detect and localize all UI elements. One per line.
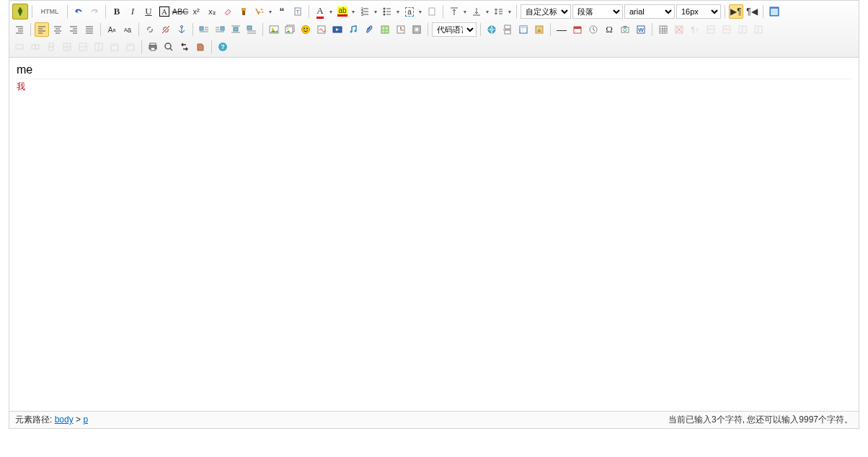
help-icon[interactable]: ?	[216, 40, 230, 54]
backcolor-dropdown-icon[interactable]: ▼	[350, 4, 356, 19]
forecolor-icon[interactable]: A	[313, 4, 327, 19]
justify-center-icon[interactable]	[50, 22, 65, 37]
font-border-icon[interactable]: A	[157, 4, 172, 19]
ordered-list-dropdown-icon[interactable]: ▼	[373, 4, 378, 19]
direction-rtl-icon[interactable]: ¶◀	[745, 4, 759, 19]
subscript-icon[interactable]: x₂	[205, 4, 219, 19]
direction-ltr-icon[interactable]: ▶¶	[729, 4, 743, 19]
font-family-select[interactable]: arial	[624, 4, 675, 19]
insert-title-icon[interactable]	[123, 40, 138, 54]
attachment-icon[interactable]	[362, 22, 376, 37]
music-icon[interactable]	[346, 22, 360, 37]
backcolor-icon[interactable]: ab	[335, 4, 350, 19]
special-char-icon[interactable]: Ω	[602, 22, 616, 37]
insert-frame-icon[interactable]	[409, 22, 424, 37]
autotypeset-dropdown-icon[interactable]: ▼	[267, 4, 273, 19]
blockquote-icon[interactable]: “	[275, 4, 289, 19]
status-bar: 元素路径: body > p 当前已输入3个字符, 您还可以输入9997个字符。	[9, 411, 859, 428]
emoticon-icon[interactable]	[298, 22, 313, 37]
background-icon[interactable]	[532, 22, 546, 37]
lineheight-dropdown-icon[interactable]: ▼	[507, 4, 513, 19]
path-p-link[interactable]: p	[83, 414, 88, 425]
indent-icon[interactable]	[12, 22, 27, 37]
ordered-list-icon[interactable]: 123	[358, 4, 372, 19]
fullscreen-icon[interactable]	[767, 4, 781, 19]
format-brush-icon[interactable]	[236, 4, 251, 19]
rowspacing-top-dropdown-icon[interactable]: ▼	[462, 4, 468, 19]
superscript-icon[interactable]: x²	[189, 4, 203, 19]
insert-video-icon[interactable]	[330, 22, 345, 37]
justify-right-icon[interactable]	[66, 22, 81, 37]
editor-content[interactable]: me 我	[9, 58, 859, 411]
paragraph-select[interactable]: 段落	[572, 4, 623, 19]
forecolor-dropdown-icon[interactable]: ▼	[328, 4, 334, 19]
rowspacing-bottom-dropdown-icon[interactable]: ▼	[484, 4, 490, 19]
webapp-icon[interactable]	[484, 22, 499, 37]
pasteplain-icon[interactable]: T	[291, 4, 305, 19]
rowspacing-bottom-icon[interactable]	[469, 4, 484, 19]
multi-image-icon[interactable]	[283, 22, 297, 37]
italic-icon[interactable]: I	[125, 4, 140, 19]
delete-caption-icon[interactable]	[107, 40, 122, 54]
bold-icon[interactable]: B	[110, 4, 124, 19]
justify-full-icon[interactable]	[82, 22, 97, 37]
unordered-list-icon[interactable]	[380, 4, 394, 19]
custom-heading-select[interactable]: 自定义标题	[521, 4, 571, 19]
time-icon[interactable]	[586, 22, 601, 37]
wordimage-icon[interactable]: W	[634, 22, 648, 37]
link-icon[interactable]	[143, 22, 157, 37]
unordered-list-dropdown-icon[interactable]: ▼	[395, 4, 401, 19]
redo-icon[interactable]	[87, 4, 102, 19]
delete-col-icon[interactable]	[751, 22, 766, 37]
insert-row-icon[interactable]	[704, 22, 718, 37]
cleardoc-icon[interactable]	[425, 4, 439, 19]
pagebreak-icon[interactable]	[500, 22, 515, 37]
drafts-icon[interactable]	[193, 40, 208, 54]
underline-icon[interactable]: U	[141, 4, 156, 19]
lineheight-icon[interactable]	[492, 4, 506, 19]
search-replace-icon[interactable]	[177, 40, 192, 54]
snapscreen-icon[interactable]	[618, 22, 632, 37]
map-icon[interactable]	[378, 22, 392, 37]
unlink-icon[interactable]	[159, 22, 173, 37]
image-none-icon[interactable]	[244, 22, 259, 37]
rowspacing-top-icon[interactable]	[447, 4, 461, 19]
font-size-select[interactable]: 16px	[676, 4, 721, 19]
preview-icon[interactable]	[161, 40, 176, 54]
eraser-icon[interactable]	[221, 4, 235, 19]
delete-table-icon[interactable]	[672, 22, 686, 37]
undo-icon[interactable]	[71, 4, 86, 19]
image-right-icon[interactable]	[213, 22, 227, 37]
date-icon[interactable]	[570, 22, 585, 37]
source-button[interactable]: HTML	[36, 4, 63, 19]
justify-left-icon[interactable]	[35, 22, 49, 37]
touppercase-icon[interactable]: Aa	[105, 22, 119, 37]
insert-image-icon[interactable]	[267, 22, 281, 37]
scrawl-icon[interactable]	[314, 22, 329, 37]
insert-paragraph-before-icon[interactable]: ¶↑	[688, 22, 702, 37]
gmap-icon[interactable]	[394, 22, 408, 37]
horizontal-rule-icon[interactable]: —	[554, 22, 569, 37]
strikethrough-icon[interactable]: ABC	[173, 4, 187, 19]
anchor-icon[interactable]	[174, 22, 189, 37]
tolowercase-icon[interactable]: Aa	[120, 22, 135, 37]
image-center-icon[interactable]	[229, 22, 243, 37]
merge-cells-icon[interactable]	[12, 40, 27, 54]
insert-table-icon[interactable]	[656, 22, 670, 37]
split-row-icon[interactable]	[76, 40, 90, 54]
code-lang-select[interactable]: 代码语言	[432, 22, 477, 37]
split-cells-icon[interactable]	[60, 40, 74, 54]
path-body-link[interactable]: body	[55, 414, 74, 425]
autotypeset-icon[interactable]	[252, 4, 267, 19]
editor-logo-icon[interactable]	[12, 4, 28, 19]
template-icon[interactable]	[516, 22, 531, 37]
selectall-icon[interactable]: a	[402, 4, 417, 19]
insert-col-icon[interactable]	[735, 22, 750, 37]
image-left-icon[interactable]	[197, 22, 211, 37]
print-icon[interactable]	[146, 40, 160, 54]
merge-down-icon[interactable]	[44, 40, 58, 54]
split-col-icon[interactable]	[92, 40, 106, 54]
selectall-dropdown-icon[interactable]: ▼	[417, 4, 423, 19]
delete-row-icon[interactable]	[719, 22, 734, 37]
merge-right-icon[interactable]	[28, 40, 43, 54]
